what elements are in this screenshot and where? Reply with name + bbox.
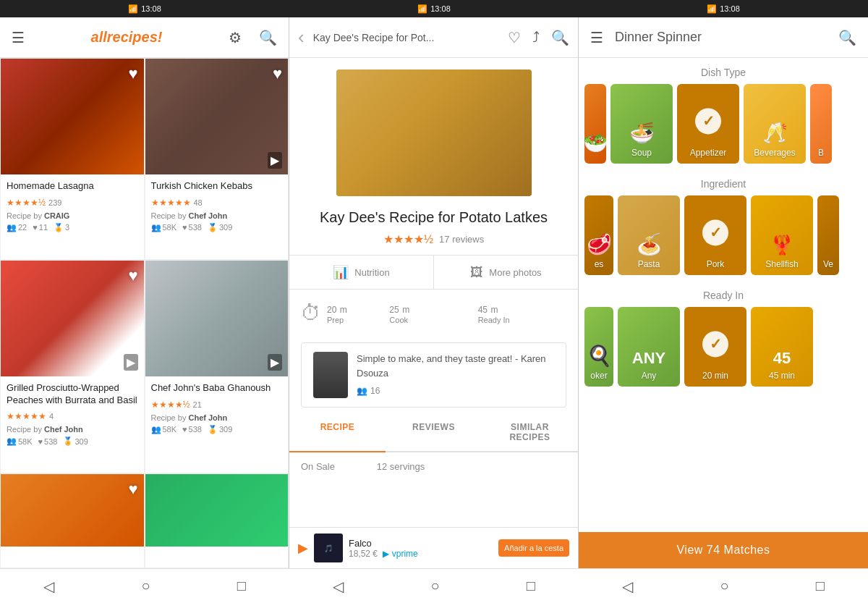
share-button[interactable]: ⤴ <box>532 29 540 46</box>
back-button[interactable]: ‹ <box>298 26 305 49</box>
appetizer-check: ✓ <box>695 108 721 134</box>
video-icon-baba: ▶ <box>268 354 282 371</box>
nav-home-3[interactable]: ○ <box>705 572 743 600</box>
recipe-quote: Simple to make, and they taste great! - … <box>301 342 566 408</box>
photos-button[interactable]: 🖼 More photos <box>434 256 578 289</box>
status-bar-left: 📶 13:08 <box>0 4 289 14</box>
search-detail-button[interactable]: 🔍 <box>551 29 569 46</box>
any-label: Any <box>642 371 657 381</box>
recipe-stats-peaches: 👥 58K ♥ 538 🏅 309 <box>7 437 138 446</box>
nav-back-2[interactable]: ◁ <box>318 572 358 601</box>
recipe-title-kebabs: Turkish Chicken Kebabs <box>151 180 283 193</box>
menu-button[interactable]: ☰ <box>12 29 25 46</box>
recipe-stats-lasagna: 👥 22 ♥ 11 🏅 3 <box>7 223 138 232</box>
pasta-icon: 🍝 <box>637 232 662 256</box>
cook-label: Cook <box>389 316 409 324</box>
status-bar-center: 📶 13:08 <box>289 4 579 14</box>
ingredient-shellfish[interactable]: 🦞 Shellfish <box>751 195 813 275</box>
tab-reviews[interactable]: REVIEWS <box>386 413 482 451</box>
bottom-nav-screen1: ◁ ○ □ <box>0 568 289 603</box>
dinner-spinner-title: Dinner Spinner <box>615 30 827 45</box>
dish-type-extra[interactable]: B <box>810 84 832 164</box>
header-icons: ⚙ 🔍 <box>229 29 277 46</box>
ready-in-20min[interactable]: ✓ 20 min <box>684 307 746 387</box>
recipe-info-baba: Chef John's Baba Ghanoush ★★★★½21 Recipe… <box>145 376 289 440</box>
dish-type-row: 🥗 🍜 Soup ✓ Appetizer 🥂 Beverages <box>579 84 868 169</box>
dish-type-partial[interactable]: 🥗 <box>584 84 606 164</box>
screen-allrecipes: ☰ allrecipes! ⚙ 🔍 ♥ Homemade Lasagna ★★★… <box>0 17 289 568</box>
dish-type-appetizer[interactable]: ✓ Appetizer <box>677 84 739 164</box>
heart-icon-lasagna[interactable]: ♥ <box>128 64 137 83</box>
ready-in-45min[interactable]: 45 45 min <box>751 307 813 387</box>
followers-icon: 👥 <box>357 386 367 396</box>
ad-price: 18,52 € ▶ vprime <box>349 549 493 559</box>
tab-recipe[interactable]: RECIPE <box>289 413 386 452</box>
nav-recents-2[interactable]: □ <box>512 572 550 600</box>
ready-time: 45 m Ready In <box>478 301 566 325</box>
recipe-main-image <box>336 69 532 196</box>
ingredient-section-title: Ingredient <box>579 169 868 195</box>
nav-home-2[interactable]: ○ <box>416 572 454 600</box>
nutrition-button[interactable]: 📊 Nutrition <box>289 256 434 289</box>
recipe-detail-header-icons: ♡ ⤴ 🔍 <box>508 29 569 46</box>
ingredient-pork[interactable]: ✓ Pork <box>684 195 746 275</box>
view-matches-button[interactable]: View 74 Matches <box>579 532 868 568</box>
recipe-card-kebabs[interactable]: ♥ ▶ Turkish Chicken Kebabs ★★★★★48 Recip… <box>145 58 289 260</box>
recipe-author-kebabs: Recipe by Chef John <box>151 211 283 220</box>
recipe-card-bottom2[interactable] <box>145 473 289 568</box>
recipe-tab-content: On Sale 12 servings <box>289 452 578 481</box>
shellfish-icon: 🦞 <box>770 234 793 256</box>
ready-in-partial[interactable]: 🍳 oker <box>584 307 613 387</box>
nav-recents-1[interactable]: □ <box>223 572 260 600</box>
recipe-author-lasagna: Recipe by CRAIG <box>7 211 138 220</box>
tab-similar[interactable]: SIMILARRECIPES <box>482 413 578 451</box>
appetizer-label: Appetizer <box>690 148 727 158</box>
stars-lasagna: ★★★★½ <box>7 198 46 208</box>
ingredient-partial[interactable]: 🥩 es <box>584 195 613 275</box>
heart-icon-peaches[interactable]: ♥ <box>128 266 137 285</box>
any-text: ANY <box>632 349 665 368</box>
status-bar: 📶 13:08 📶 13:08 📶 13:08 <box>0 0 868 17</box>
nav-back-3[interactable]: ◁ <box>608 572 647 601</box>
dinner-spinner-header: ☰ Dinner Spinner 🔍 <box>579 17 868 58</box>
20min-label: 20 min <box>702 371 728 381</box>
bottom-nav-bars: ◁ ○ □ ◁ ○ □ ◁ ○ □ <box>0 568 868 603</box>
ingredient-pasta[interactable]: 🍝 Pasta <box>618 195 680 275</box>
spinner-menu-button[interactable]: ☰ <box>590 29 603 46</box>
extra-label: B <box>818 148 824 158</box>
stars-baba: ★★★★½ <box>151 400 190 410</box>
bottom-nav-screen2: ◁ ○ □ <box>289 568 579 603</box>
recipe-title-lasagna: Homemade Lasagna <box>7 180 138 193</box>
ready-in-any[interactable]: ANY Any <box>618 307 680 387</box>
heart-icon-bottom1[interactable]: ♥ <box>128 480 137 499</box>
recipe-card-lasagna[interactable]: ♥ Homemade Lasagna ★★★★½239 Recipe by CR… <box>0 58 145 260</box>
heart-icon-kebabs[interactable]: ♥ <box>273 64 282 83</box>
photos-icon: 🖼 <box>470 265 483 280</box>
add-to-cart-button[interactable]: Añadir a la cesta <box>498 539 569 557</box>
spinner-search-button[interactable]: 🔍 <box>838 29 856 46</box>
nav-back-1[interactable]: ◁ <box>29 572 69 601</box>
recipe-rating-stars: ★★★★½ <box>383 232 433 246</box>
recipe-card-peaches[interactable]: ♥ ▶ Grilled Prosciutto-Wrapped Peaches w… <box>0 260 145 474</box>
nav-home-1[interactable]: ○ <box>127 572 164 600</box>
bottom-nav-screen3: ◁ ○ □ <box>579 568 868 603</box>
dish-type-beverages[interactable]: 🥂 Beverages <box>744 84 806 164</box>
ingredient-extra[interactable]: Ve <box>817 195 839 275</box>
favorite-button[interactable]: ♡ <box>508 29 521 46</box>
ve-label: Ve <box>823 259 833 269</box>
servings-label: 12 servings <box>377 461 425 472</box>
prep-label: Prep <box>327 316 347 324</box>
cook-time: 25 m Cook <box>389 301 477 325</box>
search-button[interactable]: 🔍 <box>259 29 277 46</box>
dish-type-soup[interactable]: 🍜 Soup <box>610 84 673 164</box>
45min-label: 45 min <box>769 371 795 381</box>
nutrition-label: Nutrition <box>354 267 389 278</box>
video-icon-peaches: ▶ <box>124 354 138 371</box>
stars-kebabs: ★★★★★ <box>151 198 191 208</box>
recipe-card-bottom1[interactable]: ♥ <box>0 473 145 568</box>
settings-button[interactable]: ⚙ <box>229 29 242 46</box>
recipe-card-baba[interactable]: ▶ Chef John's Baba Ghanoush ★★★★½21 Reci… <box>145 260 289 474</box>
nav-recents-3[interactable]: □ <box>801 572 839 600</box>
recipe-title-peaches: Grilled Prosciutto-Wrapped Peaches with … <box>7 382 138 407</box>
pork-label: Pork <box>707 259 725 269</box>
